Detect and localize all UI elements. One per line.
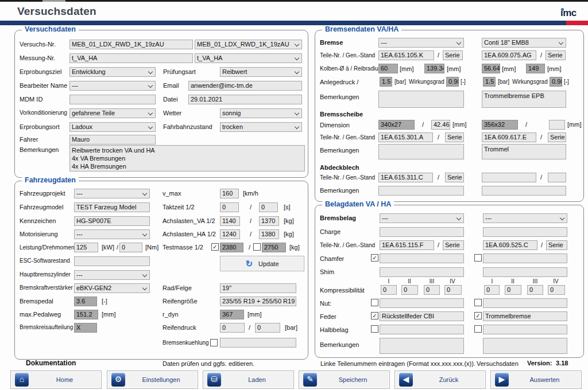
esc-softwarestand-field[interactable] [74,256,150,266]
shim-ha-field[interactable] [483,267,567,277]
kolben-va-field[interactable]: 60 [378,64,398,73]
versuchs-nr-field[interactable]: MEB_01_LDX_RWD_1K_19zAU [69,40,193,49]
messung-nr-select[interactable]: t_VA_HA [195,53,302,63]
chamfer-va-field[interactable] [380,253,464,263]
scheibe-teile-nr-ha-field[interactable]: 1EA.609.617.E [482,132,536,142]
scheibe-gen-ha-field[interactable]: Serie [548,132,566,142]
reibradius-va-field[interactable]: 139.34 [424,64,444,73]
nut-va-field[interactable] [380,298,464,308]
testmasse1-field[interactable]: 2380 [220,243,243,252]
bremskreisaufteilung-field[interactable]: X [74,323,97,333]
zurueck-button[interactable]: ◀Zurück [394,370,486,389]
dimension-ha2-field[interactable] [549,120,565,130]
erprobungsort-select[interactable]: Ladoux [69,122,156,132]
charge-ha-field[interactable] [483,227,567,237]
vorkonditionierung-select[interactable]: gefahrene Teile [69,108,156,118]
feder-ha-checkbox[interactable]: ✓ [474,312,482,319]
bemerkungen-field[interactable]: Reibwerte trocken VA und HA 4x VA Bremsu… [69,145,305,171]
kolben-ha-field[interactable]: 56.64 [482,64,500,73]
speichern-button[interactable]: ✎Speichern [299,370,390,389]
chamfer-va-checkbox[interactable]: ✓ [371,254,378,262]
halbbelag-ha-checkbox[interactable] [474,325,482,333]
anlegedruck-ha-field[interactable]: 1.5 [483,77,496,87]
kompress-va1-field[interactable]: 0 [381,285,397,295]
chamfer-ha-field[interactable] [483,253,567,263]
bremsbelag-va-select[interactable]: --- [380,213,464,223]
update-button[interactable]: ↻Update [220,256,304,271]
abdeck-gen-ha-field[interactable] [548,173,566,182]
kompress-ha2-field[interactable]: 0 [505,285,521,295]
bremse-bemerkungen-va-field[interactable] [378,91,464,108]
belag-bemerkungen-va-field[interactable] [380,338,464,354]
teile-nr-ha-field[interactable]: 1EA.609.075.AG [482,50,536,60]
halbbelag-va-field[interactable] [380,325,464,334]
reibradius-ha-field[interactable]: 149 [526,64,545,73]
scheibe-gen-va-field[interactable]: Serie [445,132,464,142]
abdeck-teile-nr-ha-field[interactable] [482,173,536,182]
wirkungsgrad-ha-field[interactable]: 0.98 [550,77,562,87]
gen-stand-va-field[interactable]: Serie [443,50,463,60]
dimension-va2-field[interactable]: 42.46 [431,120,450,130]
reifengroesse-field[interactable]: 235/55 R19 + 255/50 R19 [220,297,296,306]
belag-gen-ha-field[interactable]: Serie [546,240,567,250]
drehmoment-field[interactable]: 0 [119,243,142,252]
achslasten-va1-field[interactable]: 1140 [220,216,240,226]
bremse-bemerkungen-ha-field[interactable]: Trommelbremse EPB [482,91,566,108]
feder-va-field[interactable]: Rückstellfeder CBI [380,311,464,321]
dimension-ha1-field[interactable]: 356x32 [482,120,518,130]
taktzeit1-field[interactable]: 0 [220,202,239,212]
erprobungsziel-select[interactable]: Entwicklung [69,67,156,77]
charge-va-field[interactable] [380,227,464,237]
achslasten-ha1-field[interactable]: 1240 [220,229,240,239]
mdm-id-field[interactable] [69,95,156,104]
fahrzeugmodel-field[interactable]: TEST Farzeug Model [74,202,150,212]
reifendruck2-field[interactable]: 0 [255,323,280,333]
wetter-select[interactable]: sonnig [220,108,302,118]
testmasse2-checkbox[interactable] [253,243,261,251]
rad-felge-field[interactable]: 19" [220,283,296,293]
kennzeichen-field[interactable]: HG-SP007E [74,216,150,226]
feder-ha-field[interactable]: Trommelbremse [483,311,567,321]
testmasse2-field[interactable]: 2750 [262,243,286,252]
gen-stand-ha-field[interactable]: Serie [546,50,566,60]
anlegedruck-va-field[interactable]: 1.5 [380,77,392,87]
belag-teile-nr-ha-field[interactable]: 1EA.609.525.C [483,240,537,250]
abdeck-bemerkungen-va-field[interactable] [378,186,464,196]
kompress-va4-field[interactable]: 0 [444,285,462,295]
versuchs-nr-select[interactable]: MEB_01_LDX_RWD_1K_19zAU [195,40,302,49]
achslasten-va2-field[interactable]: 1370 [259,216,279,226]
nut-va-checkbox[interactable] [371,299,378,306]
motorisierung-select[interactable]: --- [74,229,150,239]
bremsenkuehlung-field[interactable] [220,338,296,348]
datei-field[interactable]: 29.01.2021 [188,95,302,104]
leistung-field[interactable]: 125 [74,243,98,252]
bremsbelag-ha-select[interactable]: --- [483,213,567,223]
auswerten-button[interactable]: ▶Auswerten [490,370,582,389]
taktzeit2-field[interactable]: 0 [259,202,278,212]
belag-bemerkungen-ha-field[interactable] [483,338,567,354]
achslasten-ha2-field[interactable]: 1380 [259,229,279,239]
abdeck-gen-va-field[interactable]: Serie [445,173,464,182]
teile-nr-va-field[interactable]: 1EA.615.105.K [378,50,434,60]
abdeck-bemerkungen-ha-field[interactable] [482,186,566,196]
r-dyn-field[interactable]: 367 [220,310,244,319]
laden-button[interactable]: ⛁Laden [203,370,294,389]
hauptbremszylinder-select[interactable]: --- [74,270,150,280]
kompress-ha1-field[interactable]: 0 [484,285,500,295]
bremskraftverstaerker-select[interactable]: eBKV-GEN2 [74,283,150,293]
kompress-va2-field[interactable]: 0 [401,285,418,295]
nut-ha-checkbox[interactable] [474,299,482,306]
bremspedal-field[interactable]: 3.6 [74,297,97,306]
messung-nr-field[interactable]: t_VA_HA [69,53,193,63]
fahrzeugprojekt-select[interactable]: --- [74,189,150,198]
bearbeiter-name-select[interactable]: --- [69,81,156,91]
belag-teile-nr-va-field[interactable]: 1EA.615.115.F [380,240,434,250]
dimension-va1-field[interactable]: 340x27 [378,120,415,130]
shim-va-field[interactable] [380,267,464,277]
halbbelag-ha-field[interactable] [483,325,567,334]
bremse-va-select[interactable]: --- [378,38,464,48]
kompress-va3-field[interactable]: 0 [424,285,440,295]
chamfer-ha-checkbox[interactable] [474,254,482,262]
einstellungen-button[interactable]: ⚙Einstellungen [107,370,198,389]
reifendruck1-field[interactable]: 0 [220,323,245,333]
